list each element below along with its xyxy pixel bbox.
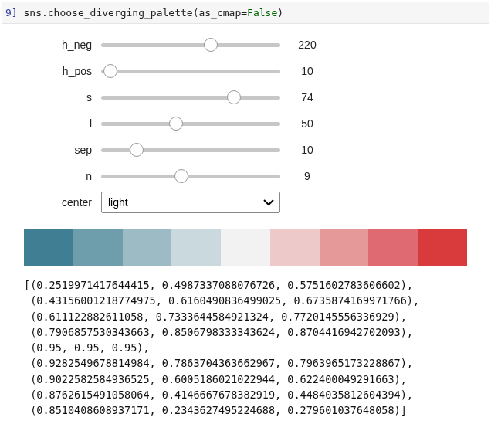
- code-suffix: ): [277, 7, 283, 19]
- palette-swatch: [221, 229, 270, 266]
- slider-h_pos[interactable]: [101, 70, 280, 73]
- palette-swatch: [320, 229, 369, 266]
- palette-swatch: [171, 229, 221, 266]
- code-cell[interactable]: 9] sns.choose_diverging_palette(as_cmap=…: [2, 2, 489, 24]
- palette-swatch: [270, 229, 320, 266]
- palette-swatch: [123, 229, 172, 266]
- select-center[interactable]: light: [101, 192, 280, 213]
- slider-label: l: [2, 117, 101, 130]
- slider-sep[interactable]: [101, 148, 280, 152]
- output-text: [(0.2519971417644415, 0.4987337088076726…: [2, 270, 489, 418]
- code-keyword-false: False: [247, 7, 277, 19]
- select-row-center: centerlight: [2, 189, 489, 216]
- slider-row-h_neg: h_neg220: [2, 32, 489, 58]
- slider-value: 10: [280, 144, 334, 156]
- slider-thumb[interactable]: [103, 64, 117, 78]
- slider-track: [101, 122, 280, 126]
- slider-label: n: [2, 170, 101, 182]
- cell-prompt: 9]: [5, 7, 18, 19]
- palette-swatch: [24, 229, 73, 266]
- slider-track: [101, 175, 280, 178]
- slider-row-n: n9: [2, 163, 489, 189]
- widget-controls: h_neg220h_pos10s74l50sep10n9centerlight: [2, 24, 489, 220]
- slider-row-h_pos: h_pos10: [2, 58, 489, 84]
- slider-n[interactable]: [101, 175, 280, 178]
- palette-strip: [24, 229, 467, 266]
- slider-label: h_neg: [2, 39, 101, 51]
- slider-track: [101, 148, 280, 152]
- slider-track: [101, 96, 280, 100]
- slider-value: 50: [280, 117, 334, 130]
- slider-value: 10: [280, 65, 334, 77]
- slider-thumb[interactable]: [174, 169, 188, 183]
- slider-value: 9: [280, 170, 334, 182]
- palette-swatch: [418, 229, 467, 266]
- slider-label: h_pos: [2, 65, 101, 77]
- slider-label: s: [2, 91, 101, 104]
- slider-thumb[interactable]: [169, 117, 183, 131]
- slider-value: 74: [280, 91, 334, 104]
- select-label: center: [2, 196, 101, 209]
- slider-thumb[interactable]: [130, 143, 144, 157]
- slider-thumb[interactable]: [227, 90, 241, 104]
- slider-track: [101, 70, 280, 73]
- palette-swatch: [73, 229, 123, 266]
- slider-h_neg[interactable]: [101, 43, 280, 47]
- slider-thumb[interactable]: [204, 38, 218, 52]
- code-prefix: sns.choose_diverging_palette(as_cmap=: [18, 7, 247, 19]
- slider-s[interactable]: [101, 96, 280, 100]
- slider-label: sep: [2, 144, 101, 156]
- palette-swatch: [368, 229, 418, 266]
- slider-value: 220: [280, 39, 334, 51]
- slider-row-s: s74: [2, 84, 489, 110]
- slider-track: [101, 43, 280, 47]
- notebook-frame: 9] sns.choose_diverging_palette(as_cmap=…: [2, 2, 489, 446]
- slider-row-l: l50: [2, 110, 489, 137]
- slider-l[interactable]: [101, 122, 280, 126]
- select-display[interactable]: light: [101, 192, 280, 213]
- slider-row-sep: sep10: [2, 137, 489, 163]
